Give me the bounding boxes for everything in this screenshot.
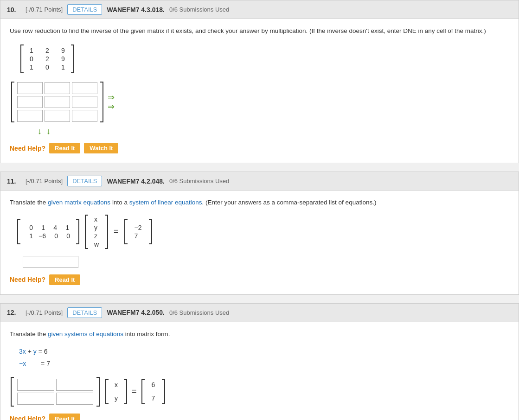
left-bracket-rhs [123, 219, 129, 245]
right-bracket-form-12 [95, 376, 101, 407]
left-bracket-input [10, 81, 16, 123]
question-12-header: 12. [-/0.71 Points] DETAILS WANEFM7 4.2.… [0, 304, 519, 322]
course-code-10: WANEFM7 4.3.018. [107, 6, 165, 13]
submissions-10: 0/6 Submissions Used [169, 6, 229, 13]
question-number-12: 12. [7, 309, 21, 316]
left-bracket-given [19, 44, 26, 74]
input-area-10: ⇒ ⇒ [10, 81, 509, 123]
input-matrix-grid [16, 81, 98, 123]
left-bracket-rhs-12 [141, 379, 146, 405]
rhs-vector-12: 6 7 [148, 377, 159, 406]
need-help-label-11: Need Help? [10, 276, 45, 283]
input-r2c1[interactable] [45, 110, 70, 122]
answer-area-11 [16, 256, 509, 268]
question-10-header: 10. [-/0.71 Points] DETAILS WANEFM7 4.3.… [0, 0, 519, 19]
right-bracket-rhs [147, 219, 153, 245]
right-bracket-input [98, 81, 105, 123]
form-input-r1c1[interactable] [56, 393, 93, 405]
problem-text-12: Translate the given systems of equations… [10, 330, 509, 339]
input-r2c2[interactable] [72, 110, 97, 122]
points-10: [-/0.71 Points] [26, 6, 63, 13]
question-12-body: Translate the given systems of equations… [0, 322, 519, 420]
problem-text-10: Use row reduction to find the inverse of… [10, 26, 509, 36]
left-bracket-var-12 [104, 379, 110, 405]
read-it-button-11[interactable]: Read It [49, 274, 80, 285]
need-help-label-10: Need Help? [10, 145, 45, 152]
question-12: 12. [-/0.71 Points] DETAILS WANEFM7 4.2.… [0, 303, 519, 420]
input-r0c2[interactable] [72, 82, 97, 94]
submissions-12: 0/6 Submissions Used [169, 309, 229, 316]
question-10: 10. [-/0.71 Points] DETAILS WANEFM7 4.3.… [0, 0, 519, 163]
course-code-11: WANEFM7 4.2.048. [107, 178, 165, 185]
form-input-r0c0[interactable] [17, 379, 54, 391]
read-it-button-12[interactable]: Read It [49, 414, 80, 420]
input-r1c0[interactable] [17, 96, 43, 108]
left-bracket-form-12 [10, 376, 15, 407]
input-r1c1[interactable] [45, 96, 70, 108]
system-equations-12: 3x + y = 6 −x = 7 [19, 345, 509, 370]
form-input-grid-12 [17, 379, 93, 405]
given-matrix-10: 1 2 9 0 2 9 1 0 1 [19, 44, 76, 74]
input-row-2 [17, 110, 97, 122]
question-11-body: Translate the given matrix equations int… [0, 191, 519, 294]
eq-sign-12: = [132, 387, 137, 396]
left-bracket-var [84, 214, 90, 249]
details-button-11[interactable]: DETAILS [67, 176, 102, 186]
need-help-11: Need Help? Read It [10, 274, 509, 285]
matrix-row-0: 1 2 9 [27, 47, 67, 54]
matrix-eq-11: 0 1 4 1 1 −6 0 0 x [16, 214, 509, 249]
form-input-r1c0[interactable] [17, 393, 54, 405]
question-number-11: 11. [7, 178, 21, 185]
details-button-12[interactable]: DETAILS [67, 307, 102, 318]
form-input-r0c1[interactable] [56, 379, 93, 391]
question-11-header: 11. [-/0.71 Points] DETAILS WANEFM7 4.2.… [0, 172, 519, 191]
arrows-area: ⇒ ⇒ [108, 93, 115, 111]
watch-it-button-10[interactable]: Watch It [84, 143, 118, 153]
input-row-0 [17, 82, 97, 94]
problem-text-11: Translate the given matrix equations int… [10, 198, 509, 207]
arrow-right-2: ⇒ [108, 102, 115, 111]
right-bracket-given [69, 44, 76, 74]
input-r0c0[interactable] [17, 82, 43, 94]
question-11: 11. [-/0.71 Points] DETAILS WANEFM7 4.2.… [0, 172, 519, 294]
points-12: [-/0.71 Points] [26, 309, 63, 316]
read-it-button-10[interactable]: Read It [49, 143, 80, 153]
input-r0c1[interactable] [45, 82, 70, 94]
question-number-10: 10. [7, 6, 21, 13]
need-help-12: Need Help? Read It [10, 414, 509, 420]
input-row-1 [17, 96, 97, 108]
right-bracket-var [103, 214, 109, 249]
matrix-row-2: 1 0 1 [27, 64, 67, 71]
need-help-10: Need Help? Read It Watch It [10, 143, 509, 153]
left-bracket-coeff [16, 219, 22, 245]
down-arrows: ↓ ↓ [38, 127, 509, 136]
input-r1c2[interactable] [72, 96, 97, 108]
input-r2c0[interactable] [17, 110, 43, 122]
matrix-row-1: 0 2 9 [27, 55, 67, 63]
submissions-11: 0/6 Submissions Used [169, 178, 229, 185]
details-button-10[interactable]: DETAILS [67, 4, 102, 15]
right-bracket-coeff [75, 219, 80, 245]
arrow-down-1: ↓ [38, 127, 42, 136]
matrix-form-12: x y = 6 7 [10, 376, 509, 407]
need-help-label-12: Need Help? [10, 415, 45, 420]
arrow-right-1: ⇒ [108, 93, 115, 102]
question-10-body: Use row reduction to find the inverse of… [0, 19, 519, 163]
course-code-12: WANEFM7 4.2.050. [107, 309, 165, 316]
points-11: [-/0.71 Points] [26, 178, 63, 185]
answer-input-11[interactable] [23, 256, 78, 268]
var-vector-12: x y [112, 377, 121, 406]
right-bracket-rhs-12 [160, 379, 166, 405]
right-bracket-var-12 [122, 379, 128, 405]
arrow-down-2: ↓ [46, 127, 51, 136]
eq-sign-11: = [114, 227, 119, 236]
